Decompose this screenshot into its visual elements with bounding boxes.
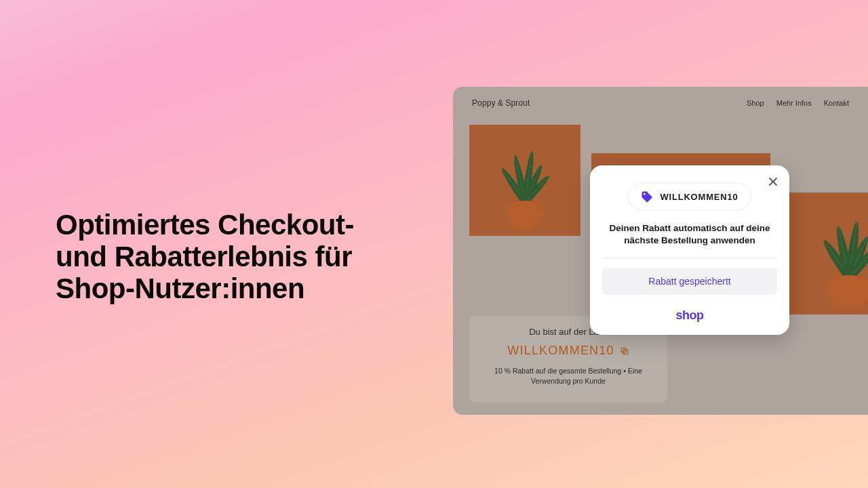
tag-icon	[641, 190, 653, 203]
marketing-slide: Optimiertes Checkout- und Rabatterlebnis…	[0, 0, 868, 488]
save-discount-button[interactable]: Rabatt gespeichertt	[602, 268, 777, 295]
headline: Optimiertes Checkout- und Rabatterlebnis…	[56, 209, 408, 304]
discount-modal: WILLKOMMEN10 Deinen Rabatt automatisch a…	[590, 165, 789, 335]
plant-icon	[480, 147, 569, 236]
nav-more-info[interactable]: Mehr Infos	[776, 99, 812, 107]
nav-shop[interactable]: Shop	[747, 99, 764, 107]
store-nav: Shop Mehr Infos Kontakt	[747, 99, 849, 107]
product-tile[interactable]	[781, 192, 868, 314]
discount-pill: WILLKOMMEN10	[628, 183, 751, 210]
close-button[interactable]	[766, 175, 780, 188]
store-header: Poppy & Sprout Shop Mehr Infos Kontakt	[453, 87, 868, 119]
promo-code[interactable]: WILLKOMMEN10	[507, 344, 629, 358]
modal-body: Deinen Rabatt automatisch auf deine näch…	[602, 222, 777, 258]
plant-icon	[795, 217, 868, 314]
discount-code: WILLKOMMEN10	[660, 192, 738, 202]
close-icon	[768, 177, 778, 186]
promo-code-text: WILLKOMMEN10	[507, 344, 614, 358]
copy-icon	[620, 346, 629, 356]
shop-logo: shop	[602, 308, 777, 323]
product-tile[interactable]	[469, 125, 580, 236]
nav-contact[interactable]: Kontakt	[824, 99, 849, 107]
store-brand: Poppy & Sprout	[472, 98, 530, 108]
promo-terms: 10 % Rabatt auf die gesamte Bestellung •…	[477, 366, 659, 386]
